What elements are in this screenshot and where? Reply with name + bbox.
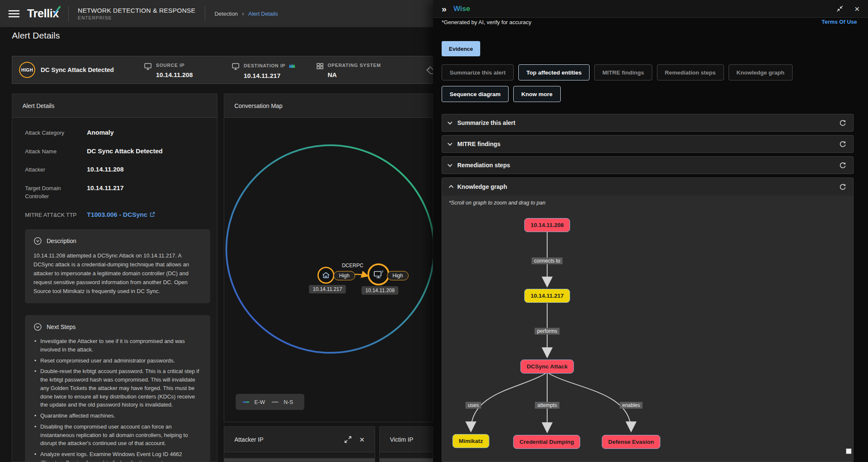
north-south-label: N-S: [284, 399, 293, 405]
wise-chips-row-2: Sequence diagram Know more: [442, 86, 561, 102]
graph-node-defense-evasion[interactable]: Defense Evasion: [602, 435, 660, 449]
breadcrumb-detection[interactable]: Detection: [214, 11, 238, 17]
chevron-down-icon: [448, 162, 452, 167]
east-west-label: E-W: [254, 399, 265, 405]
next-step-item: Investigate the Attacker to see if it is…: [33, 337, 202, 354]
chip-sequence-diagram[interactable]: Sequence diagram: [442, 86, 509, 102]
terms-of-use-link[interactable]: Terms Of Use: [821, 19, 857, 25]
evidence-button[interactable]: Evidence: [442, 41, 480, 56]
next-step-item: Reset compromised user and administrator…: [33, 357, 202, 365]
chip-know-more[interactable]: Know more: [513, 86, 561, 102]
chevron-right-icon: ›: [242, 10, 244, 17]
knowledge-graph-section: Knowledge graph *Scroll on graph to zoom…: [442, 177, 854, 462]
accordion-remediation-steps[interactable]: Remediation steps: [442, 156, 854, 174]
trellix-logo: Trellix: [27, 7, 59, 20]
description-text: 10.14.11.208 attempted a DCSync Attack o…: [33, 251, 202, 296]
ai-disclaimer: *Generated by AI, verify for accuracy: [442, 19, 531, 25]
conversation-map-body[interactable]: DCERPC High 10.14.11.217 ? High 10.14.11…: [224, 118, 433, 422]
external-link-icon: [150, 212, 155, 217]
edge-label-uses: uses: [465, 402, 481, 409]
field-mitre-ttp: MITRE ATT&CK TTP T1003.006 - DCSync: [25, 211, 210, 219]
field-attack-name: Attack Name DC Sync Attack Detected: [25, 147, 210, 156]
conversation-map-header: Conversation Map: [224, 94, 433, 118]
home-icon: [321, 271, 331, 280]
product-name: NETWORK DETECTION & RESPONSE: [78, 7, 196, 14]
page-title: Alert Details: [12, 30, 60, 41]
circle-chevron-icon: [33, 323, 42, 331]
victim-ip-chip: 10.14.11.217: [309, 285, 346, 293]
close-icon[interactable]: ×: [854, 5, 860, 13]
wise-panel: » Wise × *Generated by AI, verify for ac…: [433, 0, 868, 462]
refresh-icon[interactable]: [839, 119, 846, 127]
circle-chevron-icon: [33, 237, 42, 245]
refresh-icon[interactable]: [839, 141, 846, 148]
protocol-label: DCERPC: [336, 263, 370, 268]
chevron-down-icon: [448, 141, 452, 146]
wise-title: Wise: [453, 5, 470, 13]
next-steps-title: Next Steps: [47, 324, 75, 330]
product-block: NETWORK DETECTION & RESPONSE ENTERPRISE: [78, 7, 196, 20]
next-steps-section: Next Steps Investigate the Attacker to s…: [25, 315, 210, 462]
crown-icon: [288, 63, 296, 69]
menu-icon[interactable]: [8, 8, 19, 19]
graph-node-mimikatz[interactable]: Mimikatz: [452, 434, 489, 448]
next-steps-list: Investigate the Attacker to see if it is…: [33, 337, 202, 462]
field-attacker: Attacker 10.14.11.208: [25, 166, 210, 174]
edge-label-enables: enables: [620, 402, 643, 409]
next-step-item: Analyze event logs. Examine Windows Even…: [33, 450, 202, 462]
chip-remediation-steps[interactable]: Remediation steps: [657, 64, 724, 80]
chip-top-affected-entities[interactable]: Top affected entities: [518, 64, 590, 80]
edge-label-attempts: attempts: [535, 402, 559, 409]
wise-chips-row-1: Summarize this alert Top affected entiti…: [442, 64, 793, 80]
graph-edges: [442, 178, 854, 462]
os-windows-icon: [316, 62, 324, 70]
wise-panel-header: » Wise ×: [433, 0, 868, 18]
conversation-map-card: Conversation Map DCERPC High 10.14.11.21…: [224, 94, 433, 422]
graph-node-credential-dumping[interactable]: Credential Dumping: [513, 435, 580, 449]
monitor-icon: [144, 62, 152, 71]
field-target-domain-controller: Target Domain Controller 10.14.11.217: [25, 184, 210, 201]
chip-summarize-this-alert[interactable]: Summarize this alert: [442, 64, 514, 80]
expand-icon[interactable]: [344, 436, 352, 443]
destination-ip-value: 10.14.11.217: [244, 72, 296, 79]
table-header-strip: [224, 458, 375, 462]
accordion-mitre-findings[interactable]: MITRE findings: [442, 135, 854, 153]
chip-knowledge-graph[interactable]: Knowledge graph: [729, 64, 793, 80]
source-ip-group: SOURCE IP 10.14.11.208: [144, 63, 193, 78]
severity-badge: HIGH: [19, 62, 35, 78]
next-step-item: Disabling the compromised user account c…: [33, 423, 202, 448]
divider: [205, 6, 205, 21]
edge-label-connects-to: connects to: [531, 257, 562, 264]
os-label: OPERATING SYSTEM: [328, 63, 381, 68]
close-icon[interactable]: ×: [359, 435, 364, 444]
victim-ip-card: Victim IP: [379, 426, 433, 462]
east-west-dash: [242, 401, 249, 403]
alert-title: DC Sync Attack Detected: [41, 66, 114, 73]
alert-details-card: Alert Details Attack Category Anomaly At…: [12, 94, 217, 462]
graph-node-dcsync-attack[interactable]: DCSync Attack: [520, 360, 574, 373]
description-title: Description: [47, 238, 76, 244]
os-value: NA: [328, 71, 381, 78]
destination-ip-group: DESTINATION IP 10.14.11.217: [231, 63, 296, 79]
mitre-ttp-link[interactable]: T1003.006 - DCSync: [87, 211, 155, 218]
attacker-node[interactable]: ?: [367, 263, 389, 285]
field-attack-category: Attack Category Anomaly: [25, 129, 210, 137]
accordion-summarize-this-alert[interactable]: Summarize this alert: [442, 114, 854, 132]
table-header-strip: [380, 458, 433, 462]
graph-node-attacker-ip[interactable]: 10.14.11.208: [524, 218, 570, 232]
alert-details-card-header: Alert Details: [12, 94, 217, 118]
product-edition: ENTERPRISE: [78, 15, 196, 20]
description-section: Description 10.14.11.208 attempted a DCS…: [25, 229, 210, 303]
victim-node[interactable]: [317, 267, 334, 284]
collapse-panel-icon[interactable]: »: [442, 4, 447, 13]
refresh-icon[interactable]: [839, 162, 846, 169]
graph-node-victim-ip[interactable]: 10.14.11.217: [524, 289, 570, 303]
alert-details-body: Attack Category Anomaly Attack Name DC S…: [12, 118, 217, 462]
breadcrumb-alert-details[interactable]: Alert Details: [248, 11, 278, 17]
minimize-icon[interactable]: [836, 5, 843, 12]
monitor-question-icon: ?: [373, 269, 384, 279]
graph-resize-handle[interactable]: [846, 448, 851, 454]
chip-mitre-findings[interactable]: MITRE findings: [594, 64, 652, 80]
next-step-item: Quarantine affected machines.: [33, 412, 202, 420]
victim-severity-pill: High: [334, 271, 355, 280]
